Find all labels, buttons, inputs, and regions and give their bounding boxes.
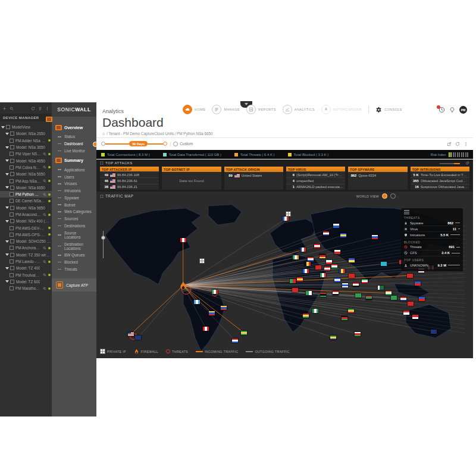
- ghana-flag-icon[interactable]: [303, 314, 309, 318]
- usa-flag-icon[interactable]: [128, 332, 134, 336]
- colombia-flag-icon[interactable]: [209, 311, 215, 315]
- egypt-flag-icon[interactable]: [333, 291, 339, 295]
- tree-item[interactable]: ModelView: [0, 124, 52, 130]
- sidebar-section-summary[interactable]: Summary: [52, 154, 96, 166]
- device-checkbox[interactable]: [10, 233, 14, 237]
- overlay-row-spyware[interactable]: Spyware862: [404, 220, 460, 226]
- device-checkbox[interactable]: [10, 152, 14, 156]
- tree-item[interactable]: PM Asp NSa 56...: [0, 177, 52, 184]
- sidebar-item-live-monitor[interactable]: Live Monitor: [52, 148, 96, 155]
- home-icon[interactable]: ⌂: [102, 131, 105, 136]
- saudi-arabia-flag-icon[interactable]: [355, 293, 361, 298]
- device-checkbox[interactable]: [10, 186, 14, 190]
- tree-item[interactable]: Model: NSa 3650: [0, 144, 52, 151]
- nav-manage[interactable]: MANAGE: [212, 105, 240, 114]
- sidebar-item-applications[interactable]: Applications: [52, 166, 96, 173]
- caret-down-icon[interactable]: [5, 159, 9, 162]
- sidebar-item-botnet[interactable]: Botnet: [52, 201, 96, 208]
- peru-flag-icon[interactable]: [203, 327, 209, 331]
- switzerland-flag-icon[interactable]: [315, 265, 321, 270]
- south-africa-flag-icon[interactable]: [330, 336, 336, 340]
- magnifier-icon[interactable]: [43, 260, 46, 264]
- device-checkbox[interactable]: [10, 131, 14, 136]
- attack-row[interactable]: 89United States: [224, 172, 283, 179]
- belgium-flag-icon[interactable]: [305, 262, 311, 266]
- russia-flag-icon[interactable]: [372, 235, 378, 239]
- tree-item[interactable]: PM Anaconda ...: [0, 211, 52, 218]
- iran-flag-icon[interactable]: [362, 279, 368, 283]
- device-checkbox[interactable]: [10, 206, 14, 210]
- sweden-flag-icon[interactable]: [340, 233, 346, 237]
- china-flag-icon[interactable]: [407, 274, 413, 278]
- expand-icon[interactable]: [100, 161, 104, 165]
- sidebar-item-source-locations[interactable]: Source Locations: [52, 229, 96, 240]
- thailand-flag-icon[interactable]: [400, 297, 406, 301]
- device-checkbox[interactable]: [10, 266, 14, 270]
- guatemala-flag-icon[interactable]: [194, 300, 200, 304]
- vietnam-flag-icon[interactable]: [408, 302, 414, 306]
- nav-console[interactable]: CONSOLE: [375, 107, 402, 113]
- alerts-icon[interactable]: [439, 107, 445, 113]
- indonesia-flag-icon[interactable]: [412, 315, 418, 319]
- attack-row[interactable]: 365Obfuscated JavaScript Code 68...: [411, 177, 469, 183]
- sidebar-item-destinations[interactable]: Destinations: [52, 223, 96, 230]
- user-avatar[interactable]: PM: [459, 106, 467, 114]
- caret-down-icon[interactable]: [5, 133, 9, 135]
- export-icon[interactable]: [447, 142, 452, 146]
- israel-flag-icon[interactable]: [342, 283, 348, 287]
- stat-tile[interactable]: Total Data Transferred ( 110 GB ): [163, 153, 221, 156]
- overlay-row-intrusions[interactable]: Intrusions5.5 K: [404, 232, 460, 238]
- reload-icon[interactable]: [455, 142, 460, 146]
- nav-reports[interactable]: REPORTS: [246, 105, 276, 114]
- finland-flag-icon[interactable]: [333, 224, 339, 228]
- device-checkbox[interactable]: [10, 145, 14, 149]
- device-checkbox[interactable]: [10, 259, 14, 264]
- uae-flag-icon[interactable]: [366, 296, 372, 300]
- tree-item[interactable]: Model: TZ 600: [0, 278, 52, 285]
- magnifier-icon[interactable]: [43, 246, 46, 250]
- norway-flag-icon[interactable]: [323, 231, 329, 236]
- world-map[interactable]: THREATSSpyware862Virus11Intrusions5.5 KB…: [96, 202, 465, 356]
- caret-down-icon[interactable]: [5, 253, 9, 256]
- iraq-flag-icon[interactable]: [353, 283, 359, 287]
- italy-flag-icon[interactable]: [320, 273, 326, 277]
- attack-row[interactable]: 3866.84.236.21: [100, 184, 159, 190]
- overlay-row-threats[interactable]: Threats691: [404, 245, 460, 250]
- taiwan-flag-icon[interactable]: [415, 281, 421, 286]
- tree-item[interactable]: PM Cobra NSa ...: [0, 164, 52, 171]
- device-checkbox[interactable]: [10, 219, 14, 223]
- sidebar-item-blocked[interactable]: Blocked: [52, 259, 96, 266]
- france-flag-icon[interactable]: [303, 269, 309, 273]
- device-checkbox[interactable]: [10, 192, 14, 196]
- philippines-flag-icon[interactable]: [419, 297, 425, 301]
- canada-flag-icon[interactable]: [180, 238, 186, 242]
- kebab-icon[interactable]: [464, 142, 468, 146]
- tree-item[interactable]: PM Troutvale T...: [0, 272, 52, 278]
- slider-start-handle[interactable]: [101, 142, 105, 146]
- bangladesh-flag-icon[interactable]: [391, 296, 397, 300]
- device-checkbox[interactable]: [10, 165, 14, 170]
- magnifier-icon[interactable]: [43, 152, 46, 156]
- new-zealand-flag-icon[interactable]: [135, 336, 141, 340]
- refresh-icon[interactable]: [31, 107, 35, 111]
- device-checkbox[interactable]: [10, 246, 14, 250]
- stat-tile[interactable]: Total Connections ( 8.3 M ): [101, 153, 150, 156]
- trash-icon[interactable]: [38, 107, 42, 111]
- mexico-flag-icon[interactable]: [212, 290, 218, 294]
- stat-tile[interactable]: Total Blocked ( 3.3 K ): [288, 153, 329, 156]
- time-range-pill[interactable]: 30 Days: [129, 141, 148, 146]
- overlay-row-unknown[interactable]: UNKNOWN9.3 M: [404, 262, 460, 268]
- ukraine-flag-icon[interactable]: [349, 258, 355, 262]
- caret-down-icon[interactable]: [5, 220, 9, 223]
- tree-item[interactable]: PM Laredo - TZ...: [0, 258, 52, 265]
- map-view-toggle-off[interactable]: [390, 193, 396, 199]
- singapore-flag-icon[interactable]: [403, 311, 409, 315]
- magnifier-icon[interactable]: [43, 213, 46, 217]
- madagascar-flag-icon[interactable]: [355, 332, 361, 336]
- tree-item[interactable]: PM AWS-DEV-NS...: [0, 224, 52, 231]
- caret-down-icon[interactable]: [5, 173, 9, 176]
- sidebar-item-status[interactable]: Status: [52, 133, 96, 140]
- paraguay-flag-icon[interactable]: [232, 339, 238, 343]
- libya-flag-icon[interactable]: [320, 293, 326, 297]
- attack-row[interactable]: 4666.84.236.61: [100, 177, 159, 183]
